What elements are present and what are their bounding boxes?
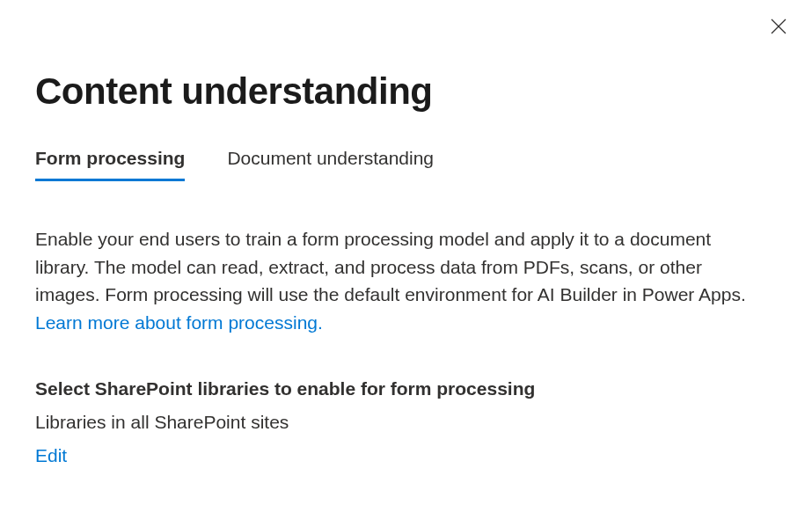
tab-list: Form processing Document understanding [35, 148, 777, 179]
panel-content: Content understanding Form processing Do… [0, 0, 812, 466]
learn-more-link[interactable]: Learn more about form processing. [35, 312, 323, 333]
section-value: Libraries in all SharePoint sites [35, 412, 777, 433]
page-title: Content understanding [35, 70, 777, 113]
description-body: Enable your end users to train a form pr… [35, 229, 746, 304]
tab-document-understanding[interactable]: Document understanding [227, 148, 434, 179]
description-text: Enable your end users to train a form pr… [35, 225, 757, 336]
tab-form-processing[interactable]: Form processing [35, 148, 185, 179]
tab-label: Document understanding [227, 148, 434, 168]
edit-link[interactable]: Edit [35, 445, 777, 466]
close-icon [771, 18, 786, 38]
tab-label: Form processing [35, 148, 185, 168]
close-button[interactable] [766, 16, 791, 40]
section-heading: Select SharePoint libraries to enable fo… [35, 378, 777, 399]
